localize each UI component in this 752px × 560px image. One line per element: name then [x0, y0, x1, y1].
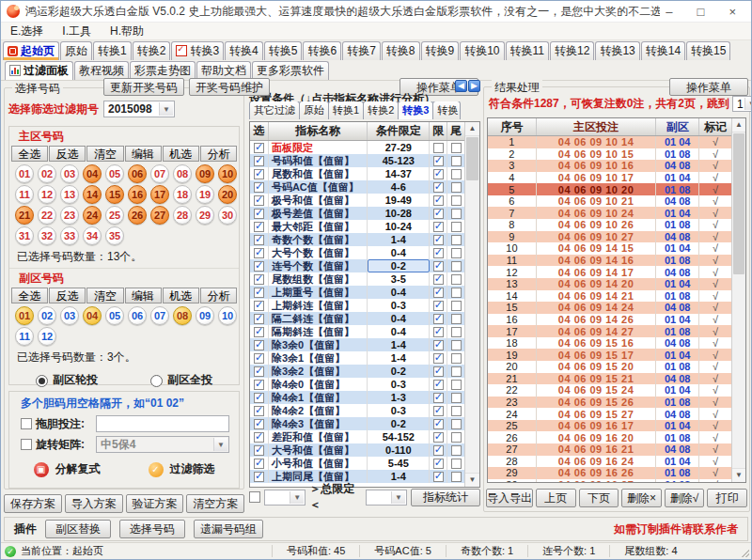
maintain-draw-button[interactable]: 开奖号码维护: [189, 78, 270, 96]
main-zone-ball-16[interactable]: 16: [128, 185, 147, 204]
indicator-name[interactable]: 号码和值【值留】: [269, 154, 368, 167]
result-button-3[interactable]: 删除×: [621, 489, 662, 507]
main-zone-ball-10[interactable]: 10: [218, 164, 237, 183]
indicator-condition[interactable]: 0-3: [368, 404, 430, 417]
result-row-22[interactable]: 2204 06 09 15 2401 04√: [488, 384, 731, 397]
indicator-select-checkbox[interactable]: [254, 301, 264, 311]
indicator-select-checkbox[interactable]: [254, 445, 264, 456]
plan-button-3[interactable]: 清空方案: [186, 494, 244, 513]
tail-checkbox[interactable]: [451, 248, 462, 258]
main-zone-ball-20[interactable]: 20: [218, 185, 237, 204]
indicator-select-checkbox[interactable]: [254, 393, 264, 403]
main-tab-10[interactable]: 转换9: [421, 41, 460, 60]
main-zone-ball-14[interactable]: 14: [83, 185, 102, 204]
tail-checkbox[interactable]: [451, 235, 462, 245]
main-zone-ball-21[interactable]: 21: [15, 206, 34, 225]
main-tab-5[interactable]: 转换4: [225, 41, 263, 60]
sub-zone-ball-08[interactable]: 08: [173, 306, 192, 325]
indicator-name[interactable]: 大号个数【值留】: [269, 246, 368, 259]
limit-checkbox[interactable]: [433, 419, 444, 429]
sub-zone-ball-07[interactable]: 07: [150, 306, 169, 325]
decompose-action[interactable]: ▣ 分解复式: [34, 461, 101, 477]
limit-checkbox[interactable]: [433, 182, 444, 193]
main-zone-ball-17[interactable]: 17: [150, 185, 169, 204]
indicator-row-7[interactable]: 最大邻距【值留】10-24: [250, 220, 464, 233]
result-row-18[interactable]: 1804 06 09 15 1604 08√: [488, 337, 731, 350]
indicator-scrollbar[interactable]: ▲ ▼: [464, 122, 479, 487]
indicator-name[interactable]: 尾数组数【值留】: [269, 272, 368, 286]
result-row-27[interactable]: 2704 06 09 16 2104 08√: [488, 443, 731, 456]
tail-checkbox[interactable]: [451, 261, 462, 272]
scroll-thumb[interactable]: [733, 133, 744, 274]
tail-checkbox[interactable]: [451, 393, 462, 403]
tail-checkbox[interactable]: [451, 380, 462, 390]
main-zone-tool-0[interactable]: 全选: [11, 146, 48, 162]
indicator-row-23[interactable]: 差距和值【值留】54-152: [250, 430, 464, 443]
sub-zone-ball-01[interactable]: 01: [15, 306, 34, 325]
indicator-select-checkbox[interactable]: [254, 169, 264, 179]
tail-checkbox[interactable]: [451, 445, 462, 456]
result-row-16[interactable]: 1604 06 09 14 2601 04√: [488, 314, 731, 326]
result-row-21[interactable]: 2104 06 09 15 2104 08√: [488, 373, 731, 385]
indicator-select-checkbox[interactable]: [254, 143, 264, 153]
indicator-name[interactable]: 除3余2【值留】: [269, 365, 368, 378]
main-tab-4[interactable]: 转换3: [171, 41, 224, 60]
indicator-select-checkbox[interactable]: [254, 261, 264, 272]
main-zone-ball-03[interactable]: 03: [60, 164, 79, 183]
indicator-name[interactable]: 小号和值【值留】: [269, 457, 368, 470]
tail-checkbox[interactable]: [451, 182, 462, 193]
main-zone-tool-4[interactable]: 机选: [163, 146, 199, 162]
result-row-19[interactable]: 1904 06 09 15 1701 04√: [488, 349, 731, 361]
indicator-row-14[interactable]: 隔二斜连【值留】0-4: [250, 312, 464, 325]
indicator-select-checkbox[interactable]: [254, 340, 264, 350]
limit-checkbox[interactable]: [433, 248, 444, 258]
sub-zone-ball-12[interactable]: 12: [38, 327, 56, 346]
indicator-select-checkbox[interactable]: [254, 327, 264, 337]
filter-tab-1[interactable]: 原始: [299, 101, 329, 119]
indicator-name[interactable]: 除4余1【值留】: [269, 391, 368, 404]
main-zone-ball-23[interactable]: 23: [60, 206, 79, 225]
result-row-28[interactable]: 2804 06 09 16 2401 04√: [488, 456, 731, 468]
tail-checkbox[interactable]: [451, 327, 462, 337]
tail-checkbox[interactable]: [451, 406, 462, 416]
indicator-condition[interactable]: 1-4: [368, 351, 430, 365]
indicator-row-1[interactable]: 面板限定27-29: [250, 141, 464, 154]
limit-checkbox[interactable]: [433, 406, 444, 416]
tail-checkbox[interactable]: [451, 340, 462, 350]
main-zone-ball-13[interactable]: 13: [60, 185, 79, 204]
main-zone-ball-27[interactable]: 27: [150, 206, 169, 225]
main-zone-ball-07[interactable]: 07: [150, 164, 169, 183]
result-row-9[interactable]: 904 06 09 10 2704 08√: [488, 231, 731, 243]
indicator-row-10[interactable]: 连号个数【值留】0-2: [250, 259, 464, 272]
main-tab-11[interactable]: 转换10: [460, 41, 504, 60]
indicator-condition[interactable]: 1-3: [368, 391, 430, 404]
main-tab-9[interactable]: 转换8: [382, 41, 420, 60]
main-zone-ball-19[interactable]: 19: [196, 185, 214, 204]
indicator-name[interactable]: 除4余3【值留】: [269, 417, 368, 430]
main-zone-ball-08[interactable]: 08: [173, 164, 192, 183]
main-zone-ball-32[interactable]: 32: [38, 226, 56, 245]
indicator-condition[interactable]: 0-4: [368, 286, 430, 299]
indicator-name[interactable]: 最大邻距【值留】: [269, 220, 368, 233]
sub-tab-0[interactable]: 过滤面板: [5, 61, 73, 80]
main-tab-8[interactable]: 转换7: [342, 41, 381, 60]
tail-checkbox[interactable]: [451, 301, 462, 311]
result-button-1[interactable]: 上页: [536, 489, 576, 507]
limit-checkbox[interactable]: [433, 340, 444, 350]
limit-checkbox[interactable]: [433, 432, 444, 443]
indicator-name[interactable]: 号码AC值【值留】: [269, 180, 368, 194]
main-tab-0[interactable]: 起始页: [3, 41, 59, 60]
radio-subzone-full[interactable]: 副区全投: [150, 372, 212, 388]
indicator-condition[interactable]: 1-4: [368, 338, 430, 351]
indicator-condition[interactable]: 27-29: [368, 141, 430, 154]
indicator-row-17[interactable]: 除3余1【值留】1-4: [250, 351, 464, 365]
main-tab-2[interactable]: 转换1: [93, 41, 132, 60]
main-zone-ball-24[interactable]: 24: [83, 206, 102, 225]
limit-checkbox[interactable]: [433, 156, 444, 166]
indicator-condition[interactable]: 45-123: [368, 154, 430, 167]
indicator-select-checkbox[interactable]: [254, 366, 264, 377]
sub-zone-tool-2[interactable]: 清空: [86, 288, 123, 303]
indicator-row-18[interactable]: 除3余2【值留】0-2: [250, 365, 464, 378]
tail-checkbox[interactable]: [451, 274, 462, 285]
main-zone-tool-5[interactable]: 分析: [200, 146, 237, 162]
